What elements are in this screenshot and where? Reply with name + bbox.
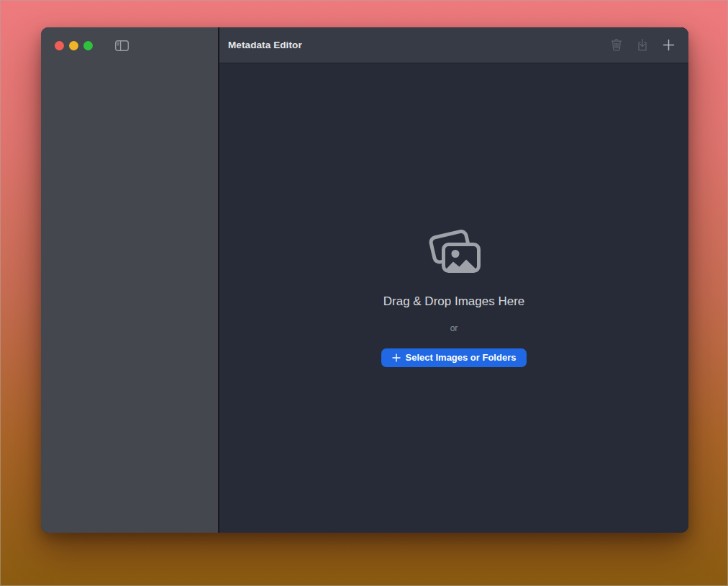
select-images-button-label: Select Images or Folders — [406, 352, 517, 363]
sidebar-toggle-button[interactable] — [112, 37, 131, 54]
desktop-background: { "window": { "title": "Metadata Editor"… — [0, 0, 728, 586]
trash-icon — [610, 38, 623, 52]
sidebar-toggle-icon — [115, 40, 129, 51]
close-button[interactable] — [55, 41, 64, 50]
export-download-icon — [636, 38, 649, 52]
minimize-button[interactable] — [69, 41, 78, 50]
zoom-button[interactable] — [83, 41, 93, 50]
plus-icon — [392, 353, 401, 362]
plus-icon — [663, 39, 675, 51]
titlebar: Metadata Editor — [219, 27, 688, 63]
add-button[interactable] — [658, 35, 678, 55]
main-pane: Metadata Editor — [219, 27, 688, 533]
drop-zone-heading: Drag & Drop Images Here — [383, 294, 525, 309]
or-separator-text: or — [450, 323, 458, 333]
select-images-button[interactable]: Select Images or Folders — [381, 348, 527, 367]
export-button[interactable] — [632, 35, 652, 55]
app-window: Metadata Editor — [41, 27, 688, 533]
photos-stack-icon — [426, 230, 482, 274]
sidebar-titlebar — [41, 27, 218, 63]
drop-zone[interactable]: Drag & Drop Images Here or Select Images… — [219, 63, 688, 533]
traffic-lights — [55, 41, 93, 50]
window-title: Metadata Editor — [228, 40, 302, 50]
toolbar — [606, 35, 678, 55]
delete-button[interactable] — [606, 35, 627, 55]
sidebar — [41, 27, 219, 533]
